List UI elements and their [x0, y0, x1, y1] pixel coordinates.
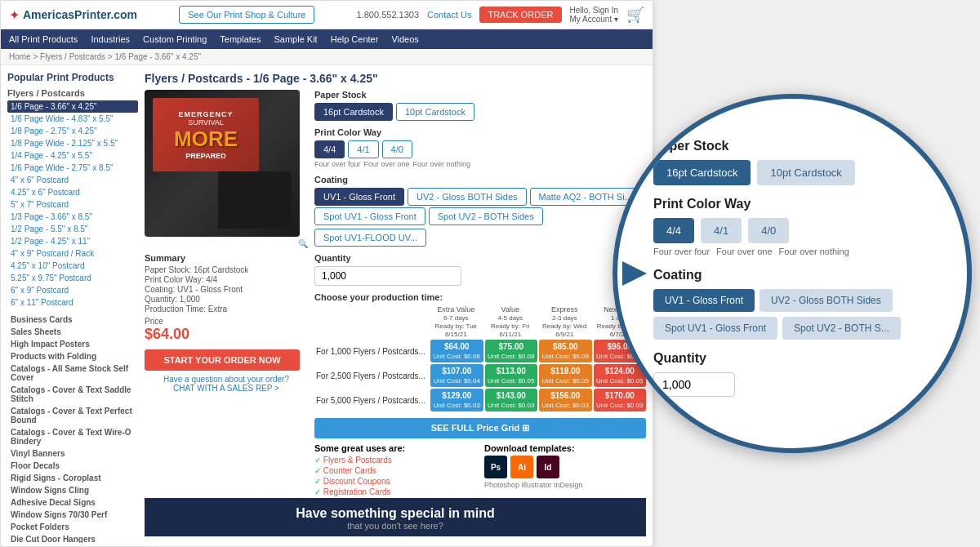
- use-item-4: Registration Cards: [314, 487, 476, 496]
- product-image-card-back: [218, 171, 292, 229]
- sidebar-item-6x9[interactable]: 6" x 9" Postcard: [7, 284, 138, 296]
- price-2500-value[interactable]: $113.00Unit Cost: $0.05: [485, 364, 538, 387]
- circle-content: Paper Stock 16pt Cardstock 10pt Cardstoc…: [637, 122, 947, 425]
- color-41-button[interactable]: 4/1: [348, 140, 378, 158]
- price-1000-value[interactable]: $75.00Unit Cost: $0.08: [485, 340, 538, 362]
- price-1000-extra[interactable]: $64.00Unit Cost: $0.06: [430, 340, 483, 362]
- bottom-row: Some great uses are: Flyers & Postcards …: [314, 443, 646, 498]
- print-color-section: Print Color Way 4/4 4/1 4/0 Four over fo…: [314, 127, 646, 168]
- sidebar-item-1-8-wide[interactable]: 1/8 Page Wide - 2.125" x 5.5": [7, 137, 138, 149]
- sidebar-vinyl[interactable]: Vinyl Banners: [7, 447, 138, 460]
- sidebar-adhesive[interactable]: Adhesive Decal Signs: [7, 496, 138, 509]
- logo-text: AmericasPrinter.com: [23, 8, 137, 21]
- page-wrapper: ✦ AmericasPrinter.com See Our Print Shop…: [0, 0, 980, 547]
- illustrator-icon[interactable]: Ai: [510, 456, 533, 478]
- sidebar-item-half-11[interactable]: 1/2 Page - 4.25" x 11": [7, 235, 138, 247]
- sidebar-item-6x11[interactable]: 6" x 11" Postcard: [7, 296, 138, 309]
- sidebar-item-1-6[interactable]: 1/6 Page - 3.66" x 4.25": [7, 100, 138, 113]
- price-5000-express[interactable]: $156.00Unit Cost: $0.03: [539, 389, 592, 411]
- image-zoom[interactable]: 🔍: [145, 239, 308, 248]
- sidebar-posters[interactable]: High Impact Posters: [7, 338, 138, 350]
- popup-quantity-input[interactable]: [653, 372, 735, 397]
- popup-sublabel-40: Four over nothing: [779, 247, 849, 256]
- sidebar-item-525x975[interactable]: 5.25" x 9.75" Postcard: [7, 272, 138, 284]
- sidebar-die-cut[interactable]: Die Cut Door Hangers: [7, 533, 138, 543]
- popup-uv2-button[interactable]: UV2 - Gloss BOTH Sides: [760, 289, 893, 312]
- sidebar-item-half-55[interactable]: 1/2 Page - 5.5" x 8.5": [7, 223, 138, 235]
- nav-sample[interactable]: Sample Kit: [274, 34, 317, 44]
- nav-all-print[interactable]: All Print Products: [9, 34, 78, 44]
- account-text: Hello, Sign InMy Account ▾: [570, 6, 618, 24]
- nav-custom[interactable]: Custom Printing: [143, 34, 207, 44]
- sidebar-business-cards[interactable]: Business Cards: [7, 314, 138, 326]
- sidebar-item-4x6[interactable]: 4" x 6" Postcard: [7, 174, 138, 186]
- sidebar-window[interactable]: Window Signs Cling: [7, 484, 138, 496]
- template-icons: Ps Ai Id: [484, 456, 646, 478]
- see-print-shop-button[interactable]: See Our Print Shop & Culture: [179, 6, 314, 24]
- popup-16pt-button[interactable]: 16pt Cardstock: [653, 160, 751, 185]
- nav-industries[interactable]: Industries: [91, 34, 130, 44]
- start-order-button[interactable]: START YOUR ORDER NOW: [145, 349, 300, 371]
- paper-16pt-button[interactable]: 16pt Cardstock: [314, 103, 393, 121]
- price-2500-extra[interactable]: $107.00Unit Cost: $0.04: [430, 364, 483, 387]
- contact-us-link[interactable]: Contact Us: [427, 10, 471, 20]
- nav-help[interactable]: Help Center: [331, 34, 379, 44]
- popup-40-button[interactable]: 4/0: [748, 218, 789, 243]
- sidebar-rigid[interactable]: Rigid Signs - Coroplast: [7, 472, 138, 484]
- sidebar-catalogs-2[interactable]: Catalogs - Cover & Text Saddle Stitch: [7, 384, 138, 405]
- sidebar-folding[interactable]: Products with Folding: [7, 350, 138, 362]
- sidebar-item-1-8[interactable]: 1/8 Page - 2.75" x 4.25": [7, 125, 138, 137]
- sidebar-catalogs-3[interactable]: Catalogs - Cover & Text Perfect Bound: [7, 405, 138, 426]
- nav-videos[interactable]: Videos: [391, 34, 418, 44]
- sidebar-floor[interactable]: Floor Decals: [7, 460, 138, 472]
- sidebar-item-4x9[interactable]: 4" x 9" Postcard / Rack: [7, 247, 138, 260]
- sidebar-flyers-title: Flyers / Postcards: [7, 88, 138, 98]
- coating-uv1-button[interactable]: UV1 - Gloss Front: [314, 188, 404, 206]
- price-5000-value[interactable]: $143.00Unit Cost: $0.03: [485, 389, 538, 411]
- popup-coating-section: Coating UV1 - Gloss Front UV2 - Gloss BO…: [653, 268, 931, 340]
- coating-spot-uv1-button[interactable]: Spot UV1 - Gloss Front: [314, 207, 425, 225]
- popup-uv1-button[interactable]: UV1 - Gloss Front: [653, 289, 755, 312]
- sidebar-catalogs-1[interactable]: Catalogs - All Same Stock Self Cover: [7, 362, 138, 384]
- price-2500-next[interactable]: $124.00Unit Cost: $0.05: [594, 364, 647, 387]
- coating-spot-flood-button[interactable]: Spot UV1-FLOOD UV...: [314, 229, 426, 247]
- quantity-input[interactable]: [314, 266, 461, 286]
- sidebar-item-1-3[interactable]: 1/3 Page - 3.66" x 8.5": [7, 211, 138, 223]
- color-40-button[interactable]: 4/0: [382, 140, 412, 158]
- sidebar-catalogs-4[interactable]: Catalogs - Cover & Text Wire-O Bindery: [7, 426, 138, 447]
- sidebar-item-425x6[interactable]: 4.25" x 6" Postcard: [7, 186, 138, 198]
- photoshop-icon[interactable]: Ps: [484, 456, 507, 478]
- paper-10pt-button[interactable]: 10pt Cardstock: [396, 103, 474, 121]
- see-price-grid-button[interactable]: SEE FULL Price Grid ⊞: [314, 418, 646, 438]
- sidebar-item-5x7[interactable]: 5" x 7" Postcard: [7, 198, 138, 211]
- coating-matte-button[interactable]: Matte AQ2 - BOTH Si...: [530, 188, 641, 206]
- price-5000-next[interactable]: $170.00Unit Cost: $0.03: [594, 389, 647, 411]
- coating-spot-uv2-button[interactable]: Spot UV2 - BOTH Sides: [429, 207, 543, 225]
- popup-spot-uv1-button[interactable]: Spot UV1 - Gloss Front: [653, 317, 777, 340]
- chat-link-text[interactable]: CHAT WITH A SALES REP >: [145, 384, 308, 393]
- color-44-button[interactable]: 4/4: [314, 140, 345, 158]
- nav-templates[interactable]: Templates: [220, 34, 261, 44]
- sublabel-40: Four over nothing: [413, 160, 471, 168]
- sidebar-pocket[interactable]: Pocket Folders: [7, 521, 138, 533]
- sidebar-sales-sheets[interactable]: Sales Sheets: [7, 326, 138, 338]
- indesign-icon[interactable]: Id: [537, 456, 559, 478]
- price-5000-extra[interactable]: $129.00Unit Cost: $0.03: [430, 389, 483, 411]
- sidebar-item-1-6-wide2[interactable]: 1/6 Page Wide - 2.75" x 8.5": [7, 162, 138, 174]
- popup-44-button[interactable]: 4/4: [653, 218, 694, 243]
- cart-icon[interactable]: 🛒: [626, 6, 644, 24]
- sidebar-item-425x10[interactable]: 4.25" x 10" Postcard: [7, 260, 138, 272]
- popup-spot-uv2-button[interactable]: Spot UV2 - BOTH S...: [782, 317, 901, 340]
- breadcrumb: Home > Flyers / Postcards > 1/6 Page - 3…: [1, 49, 653, 65]
- price-1000-express[interactable]: $85.00Unit Cost: $0.09: [539, 340, 592, 362]
- track-order-button[interactable]: TRACK ORDER: [479, 7, 561, 23]
- sidebar-item-1-6-wide[interactable]: 1/6 Page Wide - 4.83" x 5.5": [7, 113, 138, 125]
- sidebar-window-perf[interactable]: Window Signs 70/30 Perf: [7, 509, 138, 521]
- price-2500-express[interactable]: $118.00Unit Cost: $0.05: [539, 364, 592, 387]
- popup-10pt-button[interactable]: 10pt Cardstock: [757, 160, 854, 185]
- coating-uv2-button[interactable]: UV2 - Gloss BOTH Sides: [408, 188, 526, 206]
- sidebar-item-1-4[interactable]: 1/4 Page - 4.25" x 5.5": [7, 149, 138, 162]
- arrow-connector: [622, 253, 663, 294]
- popup-print-color-title: Print Color Way: [653, 197, 931, 211]
- popup-41-button[interactable]: 4/1: [701, 218, 742, 243]
